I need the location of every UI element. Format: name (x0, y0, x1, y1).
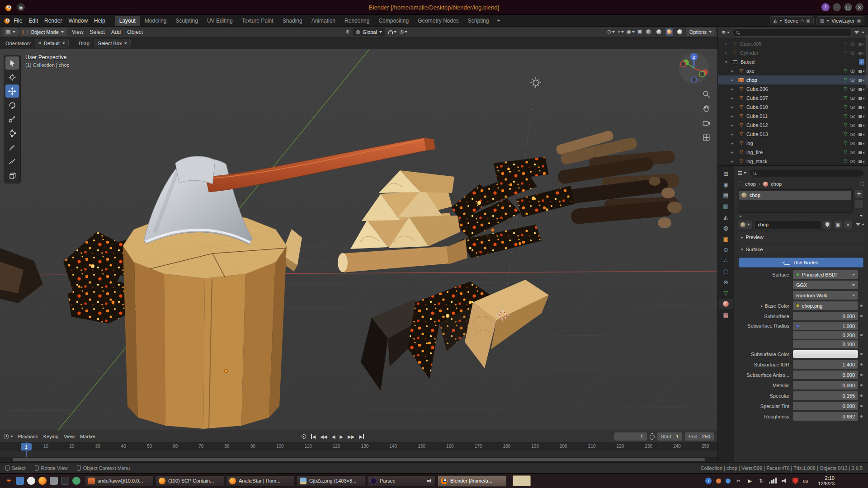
timeline-menu-item[interactable]: Marker (77, 433, 98, 440)
workspace-tab[interactable]: Modeling (140, 16, 171, 26)
decorator-dot[interactable] (860, 394, 863, 397)
select-tool-button[interactable] (5, 56, 19, 70)
workspace-tab[interactable]: Animation (307, 16, 340, 26)
eye-icon[interactable] (849, 159, 856, 164)
camera-visibility-icon[interactable] (858, 131, 864, 137)
disclosure-arrow-icon[interactable] (725, 51, 730, 55)
pin-icon[interactable]: ⊙ (801, 19, 804, 23)
pin-icon[interactable] (860, 182, 864, 186)
mode-dropdown[interactable]: Object Mode (20, 28, 66, 36)
outliner-row[interactable]: Cube.013 ▽ ✓ (718, 130, 868, 139)
hand-icon[interactable] (702, 104, 711, 113)
timeline-track[interactable] (0, 451, 717, 457)
snap-toggle[interactable] (388, 29, 396, 34)
transfer-tray-icon[interactable]: ⇅ (758, 478, 764, 484)
metallic-slider[interactable]: 0.000 (793, 381, 858, 389)
disclosure-arrow-icon[interactable] (731, 123, 736, 127)
disclosure-arrow-icon[interactable] (731, 96, 736, 100)
disclosure-arrow-icon[interactable] (731, 132, 736, 136)
workspace-tab[interactable]: Geometry Nodes (413, 16, 463, 26)
properties-editor-type-button[interactable]: ☲ (738, 170, 746, 176)
current-frame-marker[interactable]: 1 (21, 443, 32, 450)
scene-selector[interactable]: ◭ Scene ⊙ ▣ (770, 16, 814, 25)
jump-to-end-button[interactable]: ▶ (358, 433, 365, 440)
mail-icon[interactable] (50, 477, 58, 485)
end-frame-field[interactable]: End250 (685, 432, 714, 441)
menu-item[interactable]: Window (65, 17, 91, 25)
disclosure-arrow-icon[interactable] (731, 78, 736, 82)
taskbar-window-button[interactable]: Parsec (367, 475, 436, 487)
taskbar-window-button[interactable]: smb://awv@10.0.0... (85, 475, 154, 487)
outliner-row[interactable]: axe ▽ ✓ (718, 66, 868, 75)
decorator-dot[interactable] (860, 315, 863, 317)
decorator-dot[interactable] (860, 374, 863, 376)
outliner-row[interactable]: Baked ▽ ✓ (718, 57, 868, 66)
sync-tray-icon[interactable] (726, 479, 731, 483)
subsurface-aniso-field[interactable]: 0.000 (793, 371, 858, 379)
workspace-tab[interactable]: UV Editing (203, 16, 237, 26)
proportional-edit-dropdown[interactable]: ◎ (400, 29, 408, 35)
settings-launcher-icon[interactable] (72, 477, 80, 485)
outliner-row[interactable]: Cube.011 ▽ ✓ (718, 112, 868, 121)
outliner-editor-type-button[interactable]: ≡ (722, 29, 730, 35)
disclosure-arrow-icon[interactable] (731, 141, 736, 145)
workspace-tab[interactable]: Shading (278, 16, 307, 26)
navigation-gizmo[interactable]: Z (678, 52, 710, 86)
eye-icon[interactable] (849, 141, 856, 146)
radius-z-field[interactable]: 0.100 (793, 340, 858, 348)
terminal-icon[interactable] (61, 477, 69, 485)
material-specials-dropdown[interactable] (862, 224, 864, 225)
surface-shader-menu[interactable]: Principled BSDF (793, 270, 858, 279)
unlink-material-button[interactable]: × (844, 220, 853, 229)
properties-tab-texture[interactable]: ▦ (719, 310, 733, 320)
overlays-dropdown[interactable]: ◉ (627, 29, 635, 35)
keyboard-layout-indicator[interactable]: us (803, 478, 808, 483)
add-cube-tool-button[interactable] (5, 169, 19, 182)
properties-tab-object[interactable]: ▣ (719, 234, 733, 244)
menu-item[interactable]: Render (41, 17, 65, 25)
outliner-row[interactable]: Cube.006 ▽ ✓ (718, 84, 868, 94)
taskbar-window-button[interactable]: Blender [/home/a... (438, 475, 506, 487)
properties-tab-render[interactable]: ◉ (719, 179, 733, 190)
firefox-icon[interactable] (38, 477, 47, 485)
disclosure-arrow-icon[interactable] (731, 105, 736, 109)
close-button[interactable]: × (855, 3, 863, 11)
disclosure-arrow-icon[interactable] (725, 60, 730, 64)
properties-tab-constraints[interactable]: ⊗ (719, 277, 733, 287)
workspace-tab[interactable]: Texture Paint (237, 16, 278, 26)
xray-toggle[interactable]: ▣ (637, 29, 642, 35)
blender-icon[interactable] (4, 17, 10, 24)
drag-mode-dropdown[interactable]: Select Box (94, 39, 131, 47)
viewport-menu-item[interactable]: View (69, 28, 87, 36)
timeline-menu-item[interactable]: Keying (41, 433, 61, 440)
shading-material-button[interactable] (665, 28, 673, 36)
cursor-tool-button[interactable] (5, 70, 19, 84)
viewport-menu-item[interactable]: Add (108, 28, 124, 36)
timeline-scrollbar[interactable] (13, 458, 705, 461)
outliner-row[interactable]: log ▽ ✓ (718, 139, 868, 148)
disclosure-arrow-icon[interactable] (725, 42, 730, 46)
scene-3d[interactable] (0, 49, 717, 431)
start-frame-field[interactable]: Start1 (657, 432, 682, 441)
material-slot-item[interactable]: chop (739, 191, 851, 200)
decorator-dot[interactable] (860, 363, 863, 366)
orthographic-grid-icon[interactable] (702, 133, 711, 142)
workspace-tab[interactable]: Scripting (463, 16, 494, 26)
filter-icon[interactable] (856, 223, 860, 226)
properties-tab-output[interactable]: ▤ (719, 190, 733, 201)
outliner-row[interactable]: Cylinder ▽ ✓ (718, 48, 868, 57)
outliner-row[interactable]: log_fire ▽ ✓ (718, 148, 868, 157)
camera-visibility-icon[interactable] (858, 159, 864, 164)
eye-icon[interactable] (849, 50, 856, 56)
preview-section-header[interactable]: ▸Preview (738, 232, 864, 242)
transform-pivot-icon[interactable]: ⊕ (345, 29, 349, 35)
eye-icon[interactable] (849, 122, 856, 128)
next-keyframe-button[interactable]: ▶▶ (346, 433, 356, 440)
media-play-tray-icon[interactable]: ▶ (746, 478, 753, 484)
orientation-dropdown[interactable]: ◍Global (353, 28, 385, 36)
network-icon[interactable] (769, 478, 777, 483)
disclosure-arrow-icon[interactable] (731, 69, 736, 73)
applications-menu-icon[interactable]: ✳ (5, 477, 13, 485)
expand-icon[interactable]: ▸ (740, 214, 742, 218)
eye-icon[interactable] (849, 131, 856, 137)
